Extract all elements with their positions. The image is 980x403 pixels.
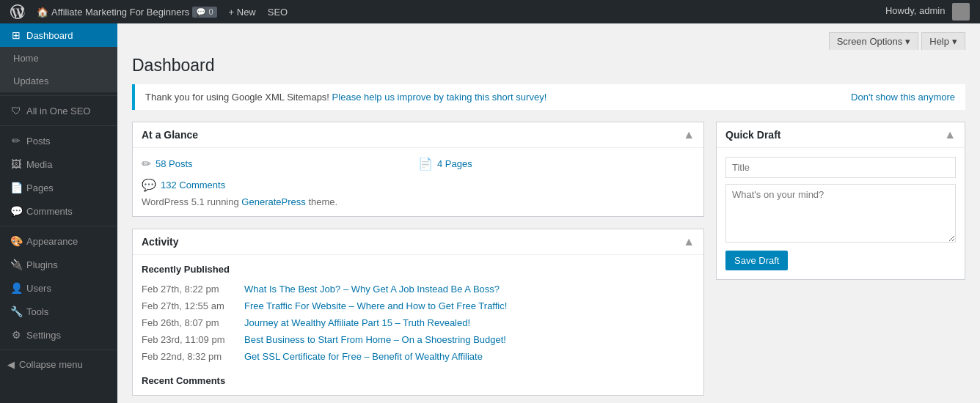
activity-post-link[interactable]: Get SSL Certificate for Free – Benefit o… xyxy=(244,351,483,362)
screen-options-button[interactable]: Screen Options ▾ xyxy=(829,32,919,50)
sidebar-item-posts[interactable]: ✏ Posts xyxy=(0,129,117,152)
plugins-icon: 🔌 xyxy=(10,259,22,270)
activity-post-link[interactable]: What Is The Best Job? – Why Get A Job In… xyxy=(244,284,500,295)
activity-post-link[interactable]: Best Business to Start From Home – On a … xyxy=(244,334,506,345)
posts-glance-icon: ✏ xyxy=(142,157,151,171)
dashboard-columns: At a Glance ▲ ✏ 58 Posts xyxy=(132,122,965,396)
sidebar-menu: ⊞ Dashboard Home Updates 🛡 All in One SE… xyxy=(0,23,117,376)
sidebar-item-all-in-one-seo[interactable]: 🛡 All in One SEO xyxy=(0,99,117,122)
seo-button[interactable]: SEO xyxy=(262,0,293,23)
notice-link[interactable]: Please help us improve by taking this sh… xyxy=(332,92,547,103)
sidebar-submenu-dashboard: Home Updates xyxy=(0,47,117,92)
appearance-icon: 🎨 xyxy=(10,235,22,247)
notice-dismiss-link[interactable]: Don't show this anymore xyxy=(851,92,955,103)
main-content: Screen Options ▾ Help ▾ Dashboard Thank … xyxy=(117,23,980,403)
help-button[interactable]: Help ▾ xyxy=(921,32,965,50)
sidebar-separator-1 xyxy=(0,95,117,96)
draft-title-input[interactable] xyxy=(725,157,956,178)
comments-link[interactable]: 132 Comments xyxy=(161,180,225,191)
recent-comments-label: Recent Comments xyxy=(142,375,695,386)
at-a-glance-body: ✏ 58 Posts 📄 4 Pages xyxy=(133,148,703,216)
chevron-down-icon-help: ▾ xyxy=(952,36,957,47)
dashboard-icon: ⊞ xyxy=(10,29,22,41)
at-a-glance-widget: At a Glance ▲ ✏ 58 Posts xyxy=(132,122,704,217)
at-a-glance-header[interactable]: At a Glance ▲ xyxy=(133,122,703,148)
new-content-button[interactable]: + New xyxy=(223,0,262,23)
comments-icon: 💬 xyxy=(10,205,22,217)
pages-glance-icon: 📄 xyxy=(418,157,433,171)
sidebar-item-pages[interactable]: 📄 Pages xyxy=(0,176,117,199)
sidebar-item-media[interactable]: 🖼 Media xyxy=(0,152,117,176)
activity-item: Feb 27th, 8:22 pm What Is The Best Job? … xyxy=(142,281,695,297)
chevron-down-icon: ▾ xyxy=(905,36,910,47)
user-avatar xyxy=(952,3,970,21)
sidebar-item-settings[interactable]: ⚙ Settings xyxy=(0,323,117,347)
glance-pages-label: 4 Pages xyxy=(437,158,472,169)
quick-draft-title: Quick Draft xyxy=(725,129,780,141)
user-howdy[interactable]: Howdy, admin xyxy=(880,3,976,21)
layout: ⊞ Dashboard Home Updates 🛡 All in One SE… xyxy=(0,23,980,403)
glance-comments-label: 132 Comments xyxy=(161,180,225,191)
comments-count[interactable]: 💬 0 xyxy=(192,7,216,18)
activity-header[interactable]: Activity ▲ xyxy=(133,229,703,255)
at-a-glance-toggle-icon: ▲ xyxy=(683,128,695,141)
site-name-label: Affiliate Marketing For Beginners xyxy=(51,7,189,18)
activity-date: Feb 26th, 8:07 pm xyxy=(142,317,237,328)
save-draft-button[interactable]: Save Draft xyxy=(725,251,788,270)
activity-date: Feb 27th, 8:22 pm xyxy=(142,284,237,295)
draft-content-textarea[interactable] xyxy=(725,184,956,243)
admin-bar: 🏠 Affiliate Marketing For Beginners 💬 0 … xyxy=(0,0,980,23)
pages-icon: 📄 xyxy=(10,182,22,193)
sidebar-item-appearance[interactable]: 🎨 Appearance xyxy=(0,229,117,253)
sidebar-separator-2 xyxy=(0,125,117,126)
theme-link[interactable]: GeneratePress xyxy=(241,196,305,207)
notice-banner: Thank you for using Google XML Sitemaps!… xyxy=(132,84,965,110)
at-a-glance-title: At a Glance xyxy=(142,129,198,141)
sidebar-item-dashboard[interactable]: ⊞ Dashboard xyxy=(0,23,117,47)
screen-controls: Screen Options ▾ Help ▾ xyxy=(132,32,965,50)
glance-posts-label: 58 Posts xyxy=(156,158,193,169)
activity-item: Feb 26th, 8:07 pm Journey at Wealthy Aff… xyxy=(142,314,695,331)
activity-post-link[interactable]: Free Traffic For Website – Where and How… xyxy=(244,300,507,311)
quick-draft-toggle-icon: ▲ xyxy=(944,128,956,141)
glance-pages[interactable]: 📄 4 Pages xyxy=(418,157,695,171)
site-name-button[interactable]: 🏠 Affiliate Marketing For Beginners 💬 0 xyxy=(31,0,223,23)
sidebar-item-updates[interactable]: Updates xyxy=(0,70,117,92)
dashboard-side-column: Quick Draft ▲ Save Draft xyxy=(716,122,965,280)
activity-widget: Activity ▲ Recently Published Feb 27th, … xyxy=(132,229,704,396)
glance-grid: ✏ 58 Posts 📄 4 Pages xyxy=(142,157,695,171)
posts-link[interactable]: 58 Posts xyxy=(156,158,193,169)
activity-item: Feb 23rd, 11:09 pm Best Business to Star… xyxy=(142,331,695,348)
sidebar-item-users[interactable]: 👤 Users xyxy=(0,276,117,300)
page-title: Dashboard xyxy=(132,56,965,75)
activity-post-link[interactable]: Journey at Wealthy Affiliate Part 15 – T… xyxy=(244,317,470,328)
tools-icon: 🔧 xyxy=(10,306,22,317)
comments-glance-icon: 💬 xyxy=(142,178,156,192)
activity-title: Activity xyxy=(142,236,179,248)
activity-date: Feb 22nd, 8:32 pm xyxy=(142,351,237,362)
glance-comments[interactable]: 💬 132 Comments xyxy=(142,178,695,192)
activity-body: Recently Published Feb 27th, 8:22 pm Wha… xyxy=(133,255,703,395)
sidebar-item-plugins[interactable]: 🔌 Plugins xyxy=(0,253,117,276)
activity-items: Feb 27th, 8:22 pm What Is The Best Job? … xyxy=(142,281,695,365)
dashboard-main-column: At a Glance ▲ ✏ 58 Posts xyxy=(132,122,704,396)
collapse-icon: ◀ xyxy=(7,359,15,370)
glance-posts[interactable]: ✏ 58 Posts xyxy=(142,157,418,171)
notice-text: Thank you for using Google XML Sitemaps!… xyxy=(145,92,546,103)
sidebar-item-home[interactable]: Home xyxy=(0,47,117,70)
activity-date: Feb 23rd, 11:09 pm xyxy=(142,334,237,345)
pages-link[interactable]: 4 Pages xyxy=(437,158,472,169)
quick-draft-header[interactable]: Quick Draft ▲ xyxy=(717,122,965,148)
sidebar-separator-4 xyxy=(0,350,117,350)
quick-draft-body: Save Draft xyxy=(717,148,965,279)
wp-version-info: WordPress 5.1 running GeneratePress them… xyxy=(142,196,695,207)
sidebar: ⊞ Dashboard Home Updates 🛡 All in One SE… xyxy=(0,23,117,403)
wp-logo-button[interactable] xyxy=(4,0,31,23)
sidebar-item-tools[interactable]: 🔧 Tools xyxy=(0,300,117,323)
activity-toggle-icon: ▲ xyxy=(683,235,695,248)
sidebar-item-comments[interactable]: 💬 Comments xyxy=(0,199,117,223)
media-icon: 🖼 xyxy=(10,158,22,170)
wp-logo-icon xyxy=(10,4,25,19)
activity-item: Feb 27th, 12:55 am Free Traffic For Webs… xyxy=(142,297,695,314)
sidebar-collapse-button[interactable]: ◀ Collapse menu xyxy=(0,353,117,376)
